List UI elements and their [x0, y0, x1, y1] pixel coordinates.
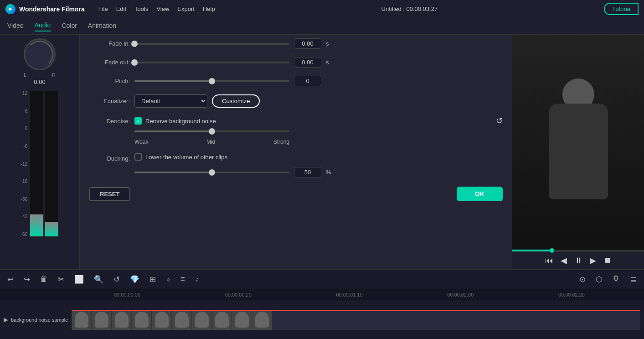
pitch-slider-fill [134, 80, 212, 82]
remove-noise-checkbox[interactable]: ✓ [134, 117, 142, 125]
ducking-checkbox[interactable] [134, 153, 142, 161]
ruler-marks: 00:00:00:00 00:00:00:20 00:00:01:10 00:0… [114, 292, 585, 297]
toolbar-icon-2[interactable]: ⬡ [594, 273, 604, 286]
rotate-button[interactable]: ↺ [112, 273, 122, 286]
tab-bar: Video Audio Color Animation [0, 18, 644, 35]
denoise-slider-fill [134, 130, 212, 132]
keyframe-button[interactable]: ⬦ [164, 273, 172, 286]
play-back-button[interactable]: ◀ [561, 256, 567, 266]
equalizer-label: Equalizer: [89, 98, 130, 104]
undo-button[interactable]: ↩ [5, 273, 15, 286]
denoise-section: ✓ Remove background noise ↺ Weak Mid Str… [134, 116, 503, 145]
lr-labels: L R [24, 72, 56, 78]
thumb-9 [232, 310, 252, 330]
pitch-content [134, 76, 503, 86]
timeline-ruler: 00:00:00:00 00:00:00:20 00:00:01:10 00:0… [0, 289, 644, 300]
cut-button[interactable]: ✂ [56, 273, 66, 286]
menu-view[interactable]: View [156, 5, 169, 12]
menu-bar: ▶ Wondershare Filmora File Edit Tools Vi… [0, 0, 644, 18]
toolbar-icon-4[interactable]: ≣ [629, 273, 639, 286]
crop-button[interactable]: ⬜ [72, 273, 86, 286]
thumb-2 [92, 310, 112, 330]
denoise-slider-thumb[interactable] [209, 128, 215, 135]
effect-button[interactable]: 💎 [128, 273, 141, 286]
center-panel: Fade in: s Fade out: s [80, 35, 512, 269]
ducking-value[interactable] [294, 167, 321, 177]
ok-button[interactable]: OK [457, 187, 503, 201]
menu-export[interactable]: Export [177, 5, 195, 12]
thumb-10 [252, 310, 272, 330]
zoom-button[interactable]: 🔍 [92, 273, 105, 286]
split-button[interactable]: ⊞ [148, 273, 158, 286]
denoise-row: Denoise: ✓ Remove background noise ↺ [89, 116, 503, 145]
app-icon: ▶ [5, 4, 15, 14]
track-content[interactable] [72, 310, 640, 330]
video-progress-bar[interactable] [512, 250, 644, 251]
track-controls: ▶ background noise sample [4, 316, 68, 323]
stop-button[interactable]: ⏹ [603, 256, 612, 266]
pitch-slider-track[interactable] [134, 80, 289, 82]
play-button[interactable]: ▶ [590, 256, 596, 266]
thumb-3 [112, 310, 132, 330]
fade-in-slider-thumb[interactable] [131, 41, 138, 47]
pause-button[interactable]: ⏸ [574, 256, 582, 266]
pitch-slider-thumb[interactable] [209, 78, 215, 84]
pitch-value[interactable] [294, 76, 321, 86]
main-area: L R 0.00 12 6 0 -6 -12 -18 -30 -42 -60 [0, 35, 644, 269]
denoise-slider-track[interactable] [134, 130, 289, 132]
tab-animation[interactable]: Animation [88, 22, 116, 31]
pitch-row: Pitch: [89, 76, 503, 86]
thumb-5 [152, 310, 172, 330]
menu-tools[interactable]: Tools [134, 5, 148, 12]
equalizer-select[interactable]: Default [134, 94, 207, 108]
toolbar-icon-3[interactable]: 🎙 [611, 273, 622, 286]
audio-button[interactable]: ♪ [193, 273, 201, 286]
fade-out-row: Fade out: s [89, 57, 503, 68]
noise-labels: Weak Mid Strong [134, 139, 289, 145]
fade-in-content: s [134, 38, 503, 49]
ruler-mark-1: 00:00:00:20 [225, 292, 252, 297]
thumb-face-3 [115, 312, 129, 328]
app-logo: ▶ Wondershare Filmora [5, 4, 85, 14]
toolbar-icon-1[interactable]: ⊙ [577, 273, 587, 286]
fade-out-value[interactable] [294, 57, 321, 68]
ducking-checkbox-label: Lower the volume of other clips [145, 154, 227, 161]
person-body [549, 104, 608, 199]
fade-out-slider-thumb[interactable] [131, 59, 138, 66]
ducking-checkbox-row: Lower the volume of other clips [134, 153, 503, 161]
ducking-slider-thumb[interactable] [209, 169, 215, 176]
tutorial-button[interactable]: Tutoria [604, 3, 639, 15]
menu-file[interactable]: File [98, 5, 108, 12]
menu-edit[interactable]: Edit [116, 5, 126, 12]
track-playhead-line [72, 310, 640, 311]
video-controls: ⏮ ◀ ⏸ ▶ ⏹ [512, 251, 644, 269]
ducking-slider-row: % [134, 167, 503, 177]
denoise-reset-icon[interactable]: ↺ [496, 116, 503, 126]
video-preview [512, 35, 644, 250]
fade-out-label: Fade out: [89, 59, 130, 66]
tab-video[interactable]: Video [7, 22, 24, 31]
thumb-face-6 [175, 312, 189, 328]
customize-button[interactable]: Customize [212, 94, 260, 108]
settings-button[interactable]: ≡ [179, 273, 187, 286]
rewind-button[interactable]: ⏮ [545, 256, 553, 266]
video-progress-thumb[interactable] [550, 248, 554, 253]
track-play-button[interactable]: ▶ [4, 316, 8, 323]
thumbnail-strip [72, 310, 272, 330]
delete-button[interactable]: 🗑 [38, 273, 50, 286]
redo-button[interactable]: ↪ [22, 273, 32, 286]
ducking-slider-track[interactable] [134, 172, 289, 173]
ducking-slider-fill [134, 172, 212, 173]
fade-out-slider-track[interactable] [134, 62, 289, 63]
fade-in-slider-track[interactable] [134, 43, 289, 45]
fade-in-value[interactable] [294, 38, 321, 49]
thumb-7 [192, 310, 212, 330]
knob-value: 0.00 [34, 78, 45, 85]
tab-color[interactable]: Color [62, 22, 77, 31]
tab-audio[interactable]: Audio [35, 21, 51, 31]
vu-bar-right [45, 91, 58, 237]
video-person [512, 35, 644, 250]
pan-knob[interactable] [24, 38, 56, 70]
menu-help[interactable]: Help [203, 5, 215, 12]
reset-button[interactable]: RESET [89, 187, 130, 201]
